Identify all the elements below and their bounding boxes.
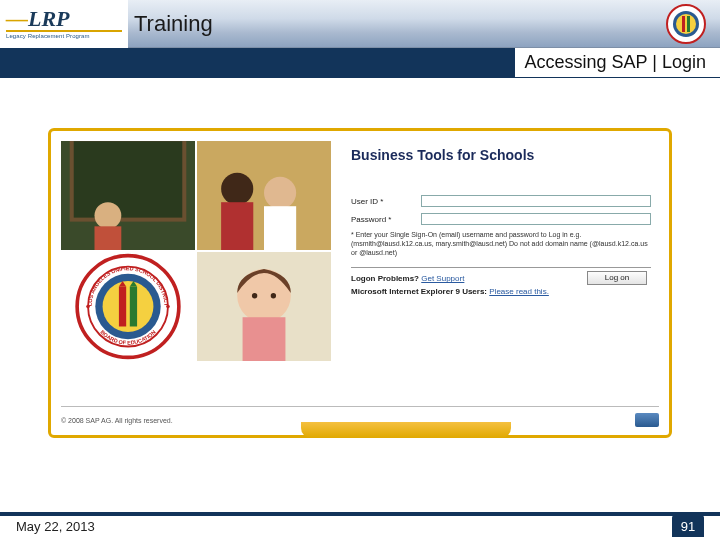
district-seal-icon — [666, 4, 706, 44]
svg-rect-18 — [119, 287, 126, 327]
lrp-logo: —LRP Legacy Replacement Program — [0, 0, 128, 48]
svg-point-2 — [676, 14, 696, 34]
svg-rect-8 — [95, 226, 122, 250]
svg-point-12 — [264, 177, 296, 209]
password-input[interactable] — [421, 213, 651, 225]
svg-point-25 — [166, 305, 170, 309]
svg-rect-6 — [72, 141, 185, 220]
photo-child — [197, 252, 331, 361]
svg-point-30 — [271, 293, 276, 298]
svg-rect-3 — [682, 16, 685, 32]
svg-point-29 — [252, 293, 257, 298]
header-title: Training — [134, 11, 213, 37]
logo-subtitle: Legacy Replacement Program — [6, 30, 122, 39]
subtitle-bar: Accessing SAP | Login — [0, 48, 720, 78]
gold-tab — [301, 422, 511, 438]
user-id-label: User ID * — [351, 197, 421, 206]
slide-footer: May 22, 2013 91 — [0, 512, 720, 540]
svg-point-10 — [221, 173, 253, 205]
slide-header: —LRP Legacy Replacement Program Training — [0, 0, 720, 48]
district-seal-large: LOS ANGELES UNIFIED SCHOOL DISTRICT BOAR… — [61, 252, 195, 361]
sap-logo-icon — [635, 413, 659, 427]
ie9-link[interactable]: Please read this. — [489, 287, 549, 296]
login-hint: * Enter your Single Sign-On (email) user… — [351, 231, 651, 257]
ie9-row: Microsoft Internet Explorer 9 Users: Ple… — [351, 287, 651, 296]
password-label: Password * — [351, 215, 421, 224]
svg-point-17 — [103, 281, 154, 332]
slide-subtitle: Accessing SAP | Login — [515, 48, 720, 77]
photo-students — [197, 141, 331, 250]
copyright-text: © 2008 SAP AG. All rights reserved. — [61, 417, 173, 424]
svg-rect-20 — [130, 287, 137, 327]
svg-rect-28 — [243, 317, 286, 361]
image-grid: LOS ANGELES UNIFIED SCHOOL DISTRICT BOAR… — [61, 141, 331, 361]
page-number: 91 — [672, 515, 704, 537]
svg-point-7 — [95, 202, 122, 229]
footer-date: May 22, 2013 — [16, 519, 95, 534]
user-id-input[interactable] — [421, 195, 651, 207]
photo-teacher — [61, 141, 195, 250]
svg-rect-4 — [687, 16, 690, 32]
svg-rect-13 — [264, 206, 296, 250]
login-screenshot: LOS ANGELES UNIFIED SCHOOL DISTRICT BOAR… — [48, 128, 672, 438]
ie9-label: Microsoft Internet Explorer 9 Users: — [351, 287, 487, 296]
logon-problems-label: Logon Problems? — [351, 274, 419, 283]
svg-rect-11 — [221, 202, 253, 250]
separator — [351, 267, 651, 268]
svg-point-24 — [86, 305, 90, 309]
login-form: User ID * Password * * Enter your Single… — [351, 195, 651, 300]
logon-button[interactable]: Log on — [587, 271, 647, 285]
logo-text: —LRP — [6, 8, 122, 30]
get-support-link[interactable]: Get Support — [421, 274, 464, 283]
portal-title: Business Tools for Schools — [351, 147, 534, 163]
